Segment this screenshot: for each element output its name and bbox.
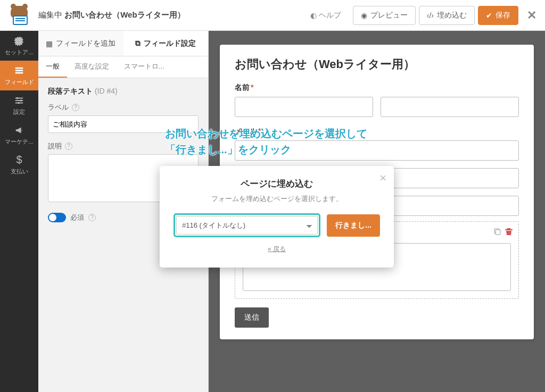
svg-point-6 [20, 99, 22, 102]
nav-payment[interactable]: $支払い [0, 150, 38, 180]
description-row: 説明? [48, 141, 199, 151]
sliders-icon [14, 95, 24, 106]
megaphone-icon [14, 125, 24, 136]
page-select-highlight: #116 (タイトルなし) [174, 213, 320, 237]
embed-button[interactable]: ‹/›埋め込む [419, 6, 475, 25]
subtab-general[interactable]: 一般 [38, 56, 67, 78]
dollar-icon: $ [14, 155, 24, 165]
help-icon: ◐ [310, 11, 317, 20]
last-name-input[interactable] [381, 97, 519, 117]
embed-modal: × ページに埋め込む フォームを埋め込むページを選択します。 #116 (タイト… [160, 166, 394, 268]
trash-icon[interactable] [505, 227, 513, 236]
help-icon[interactable]: ? [65, 143, 72, 150]
svg-rect-0 [15, 67, 23, 69]
email-input[interactable] [235, 140, 519, 161]
sliders-icon: ⧉ [135, 39, 141, 48]
back-link[interactable]: « 戻る [174, 245, 380, 254]
help-icon[interactable]: ? [88, 214, 96, 221]
duplicate-icon[interactable] [493, 227, 501, 236]
gear-icon [14, 36, 24, 46]
eye-icon: ◉ [361, 11, 367, 20]
wpforms-logo [9, 5, 30, 26]
help-icon[interactable]: ? [72, 104, 79, 111]
form-preview-title: お問い合わせ（Webライター用） [235, 56, 519, 72]
nav-marketing[interactable]: マーケテ... [0, 120, 38, 150]
svg-point-4 [16, 97, 19, 99]
field-type-header: 段落テキスト (ID #4) [48, 87, 199, 96]
nav-fields[interactable]: フィールド [0, 61, 38, 90]
subtab-smart[interactable]: スマートロ... [117, 56, 172, 78]
fields-icon [14, 65, 24, 76]
nav-setup[interactable]: セットア... [0, 31, 38, 61]
check-icon: ✔ [486, 11, 492, 20]
label-input[interactable] [48, 115, 199, 133]
required-toggle[interactable] [48, 213, 66, 222]
nav-settings[interactable]: 設定 [0, 90, 38, 120]
modal-close-button[interactable]: × [379, 171, 386, 185]
top-bar: 編集中 お問い合わせ（Webライター用） ◐ヘルプ ◉プレビュー ‹/›埋め込む… [0, 0, 545, 31]
left-nav: セットア... フィールド 設定 マーケテ... $支払い [0, 31, 38, 392]
tab-field-settings[interactable]: ⧉フィールド設定 [123, 31, 209, 56]
help-link[interactable]: ◐ヘルプ [310, 11, 341, 20]
field-email-label: メール* [235, 127, 519, 136]
modal-title: ページに埋め込む [174, 178, 380, 190]
tab-add-fields[interactable]: ▦フィールドを追加 [38, 31, 123, 56]
svg-rect-10 [496, 230, 500, 235]
form-title-header: 編集中 お問い合わせ（Webライター用） [38, 10, 310, 20]
submit-button[interactable]: 送信 [235, 307, 269, 328]
code-icon: ‹/› [427, 11, 434, 20]
subtab-advanced[interactable]: 高度な設定 [67, 56, 117, 78]
preview-button[interactable]: ◉プレビュー [353, 6, 416, 25]
first-name-input[interactable] [235, 97, 373, 117]
svg-point-8 [18, 102, 20, 104]
svg-rect-2 [15, 72, 23, 73]
save-button[interactable]: ✔保存 [478, 6, 518, 25]
close-builder-button[interactable]: ✕ [527, 9, 536, 22]
field-name-label: 名前* [235, 83, 519, 93]
svg-rect-1 [15, 70, 23, 71]
grid-icon: ▦ [46, 39, 53, 48]
modal-subtitle: フォームを埋め込むページを選択します。 [174, 194, 380, 204]
label-row: ラベル? [48, 103, 199, 112]
page-select[interactable]: #116 (タイトルなし) [176, 216, 318, 235]
go-button[interactable]: 行きまし... [327, 214, 380, 237]
